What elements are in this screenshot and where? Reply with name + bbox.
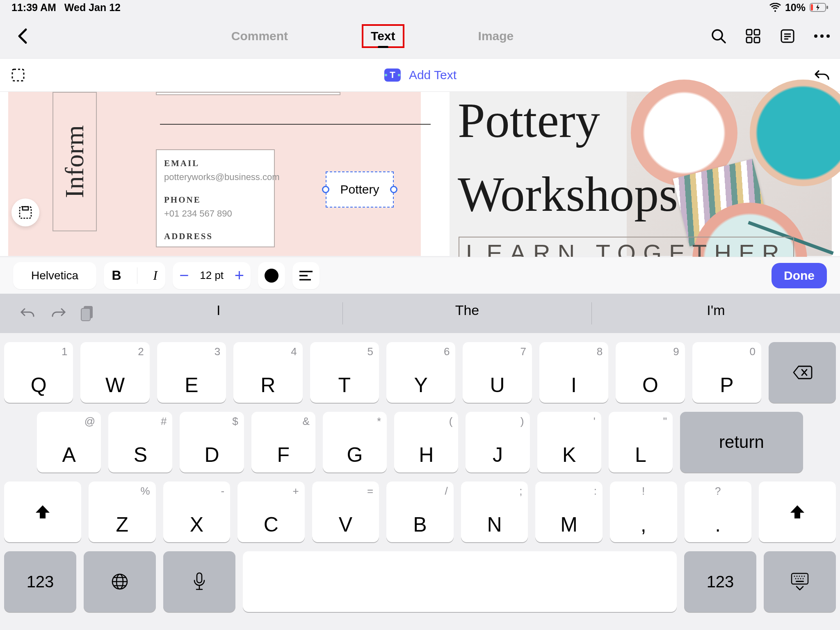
resize-handle-left[interactable] [322,186,329,193]
key-h[interactable]: (H [394,412,458,472]
font-picker[interactable]: Helvetica [13,262,96,289]
key-f[interactable]: &F [251,412,315,472]
color-picker-button[interactable] [258,262,285,289]
svg-line-4 [721,39,725,43]
document-canvas[interactable]: Inform EMAIL potteryworks@business.com P… [0,92,840,256]
svg-point-37 [799,576,800,577]
key-w[interactable]: 2W [80,342,149,403]
field-box [156,92,340,95]
key-dismiss[interactable] [764,551,836,612]
key-v[interactable]: =V [312,482,379,542]
svg-rect-5 [746,30,752,35]
tab-image[interactable]: Image [478,24,514,48]
key-d[interactable]: $D [180,412,244,472]
key-z[interactable]: %Z [89,482,156,542]
italic-button[interactable]: I [153,268,158,283]
decrease-size-button[interactable]: − [179,266,189,285]
key-b[interactable]: /B [386,482,454,542]
key-j[interactable]: )J [466,412,530,472]
resize-handle-right[interactable] [390,186,397,193]
key-dictation[interactable] [163,551,235,612]
wifi-icon [769,3,781,12]
svg-point-15 [826,34,830,38]
page-right: Pottery Workshops LEARN TOGETHER [450,92,832,256]
key-a[interactable]: @A [37,412,101,472]
key-e[interactable]: 3E [157,342,226,403]
svg-point-43 [803,578,804,580]
svg-rect-27 [81,308,90,321]
key-backspace[interactable] [769,342,836,403]
key-k[interactable]: 'K [537,412,601,472]
key-q[interactable]: 1Q [4,342,73,403]
predictive-bar: I The I'm [0,294,840,333]
done-button[interactable]: Done [772,263,827,288]
top-toolbar: Comment Text Image [0,16,840,56]
font-size-stepper: − 12 pt + [173,262,251,289]
svg-point-14 [820,34,824,38]
search-button[interactable] [710,28,727,44]
prediction-3[interactable]: I'm [592,302,840,324]
svg-point-13 [814,34,817,38]
page-left: Inform EMAIL potteryworks@business.com P… [8,92,421,256]
key-r[interactable]: 4R [233,342,302,403]
status-date: Wed Jan 12 [64,2,121,14]
key-shift-left[interactable] [4,482,81,542]
key-space[interactable] [243,551,677,612]
kb-undo-button[interactable] [20,306,36,320]
save-button[interactable] [11,199,39,226]
clipboard-button[interactable] [80,305,94,322]
key-globe[interactable] [84,551,156,612]
key-c[interactable]: +C [237,482,305,542]
key-shift-right[interactable] [759,482,836,542]
key-,[interactable]: !, [610,482,677,542]
key-numbers-right[interactable]: 123 [684,551,756,612]
svg-point-19 [385,74,387,76]
svg-point-39 [804,576,805,577]
prediction-2[interactable]: The [343,302,591,324]
svg-point-35 [794,576,795,577]
key-g[interactable]: *G [323,412,387,472]
grid-view-button[interactable] [745,28,761,44]
more-button[interactable] [814,28,830,44]
key-return[interactable]: return [680,412,803,472]
kb-redo-button[interactable] [50,306,66,320]
format-toolbar: Helvetica B I − 12 pt + Done [0,257,840,294]
font-size-value: 12 pt [200,269,224,282]
tab-text[interactable]: Text [362,24,404,48]
key-m[interactable]: :M [535,482,603,542]
align-button[interactable] [292,262,320,289]
svg-point-36 [797,576,798,577]
bold-button[interactable]: B [112,268,121,283]
panel-button[interactable] [779,28,796,44]
back-button[interactable] [10,24,34,48]
tab-comment[interactable]: Comment [231,24,288,48]
key-o[interactable]: 9O [616,342,685,403]
status-bar: 11:39 AM Wed Jan 12 10% [0,0,840,15]
hero-line2: Workshops [458,167,678,221]
key-u[interactable]: 7U [463,342,532,403]
bold-italic-group: B I [104,262,165,289]
battery-icon [810,3,829,12]
email-value: potteryworks@business.com [164,172,267,183]
key-y[interactable]: 6Y [386,342,455,403]
svg-text:T: T [390,70,395,80]
key-l[interactable]: "L [609,412,673,472]
prediction-1[interactable]: I [94,302,342,324]
add-text-icon: T [383,66,402,84]
key-i[interactable]: 8I [539,342,608,403]
key-numbers-left[interactable]: 123 [4,551,76,612]
key-p[interactable]: 0P [692,342,761,403]
phone-label: PHONE [164,195,267,205]
increase-size-button[interactable]: + [235,266,244,285]
key-.[interactable]: ?. [685,482,752,542]
text-selection-box[interactable]: Pottery [326,171,394,208]
selection-tool-button[interactable] [10,67,26,83]
svg-point-38 [801,576,803,577]
key-x[interactable]: -X [163,482,231,542]
selected-text[interactable]: Pottery [340,183,379,196]
key-n[interactable]: ;N [461,482,528,542]
add-text-button[interactable]: Add Text [409,68,457,82]
svg-point-41 [798,578,799,580]
key-t[interactable]: 5T [310,342,379,403]
key-s[interactable]: #S [108,412,172,472]
